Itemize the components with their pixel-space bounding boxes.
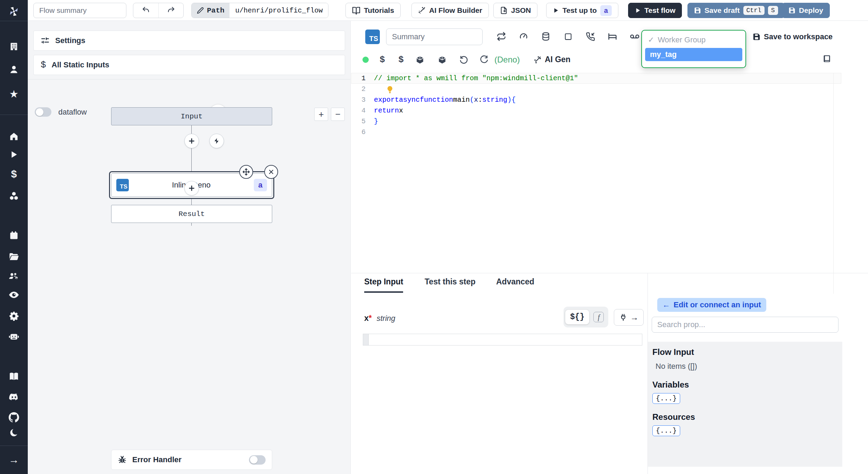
shared-dir-voicemail-icon[interactable] (627, 28, 643, 44)
trigger-bolt-button[interactable] (209, 134, 224, 148)
resources-object-chip[interactable]: {...} (652, 425, 680, 436)
schedules-calendar-icon[interactable] (0, 229, 28, 242)
dollar-icon: $ (41, 60, 46, 70)
arg-x-value-input[interactable] (369, 334, 642, 345)
resources-cubes-icon[interactable] (0, 190, 28, 202)
audit-eye-icon[interactable] (0, 289, 28, 301)
user-icon[interactable] (0, 63, 28, 76)
edit-or-connect-label: Edit or connect an input (674, 300, 761, 309)
code-line[interactable]: 5} (351, 116, 841, 127)
flow-node-result[interactable]: Result (111, 205, 272, 223)
retry-icon[interactable] (493, 28, 509, 44)
timeout-gauge-icon[interactable] (516, 28, 532, 44)
json-button[interactable]: JSON (493, 3, 537, 18)
undo-button[interactable] (133, 3, 158, 18)
fn-mode-toggle[interactable]: f (593, 312, 604, 322)
tab-advanced[interactable]: Advanced (496, 277, 534, 291)
ai-gen-button[interactable]: AI Gen (533, 55, 570, 64)
zoom-in-button[interactable]: + (314, 108, 328, 121)
ai-flow-builder-button[interactable]: AI Flow Builder (411, 3, 489, 18)
code-editor[interactable]: 1// import * as wmill from "npm:windmill… (351, 73, 841, 294)
home-icon[interactable] (0, 130, 28, 143)
step-id-badge: a (254, 179, 267, 191)
discord-icon[interactable] (0, 391, 28, 404)
workspace-building-icon[interactable] (0, 40, 28, 53)
sleep-bed-icon[interactable] (604, 28, 620, 44)
flow-summary-input[interactable] (33, 3, 126, 18)
resource-cube-icon-2[interactable] (435, 53, 449, 67)
step-summary-input[interactable] (386, 28, 483, 45)
worker-group-selected-tag[interactable]: my_tag (645, 48, 742, 61)
flow-node-input[interactable]: Input (111, 107, 272, 125)
lightbulb-icon[interactable] (386, 85, 394, 94)
code-line[interactable]: 1// import * as wmill from "npm:windmill… (351, 73, 841, 84)
static-inputs-dollar-icon[interactable]: $ (375, 53, 389, 67)
test-flow-button[interactable]: Test flow (628, 3, 682, 18)
runs-play-icon[interactable] (0, 148, 28, 161)
search-prop-input[interactable] (652, 317, 838, 333)
save-to-workspace-label: Save to workspace (764, 32, 833, 41)
variables-dollar-icon-2[interactable]: $ (394, 53, 408, 67)
deploy-label: Deploy (799, 6, 823, 15)
windmill-logo-icon[interactable] (0, 4, 28, 19)
windmill-flow-editor: ★ $ (0, 0, 868, 474)
resource-cube-icon[interactable] (413, 53, 427, 67)
save-to-workspace-button[interactable]: Save to workspace (753, 32, 833, 41)
expand-sidebar-arrow-icon[interactable]: → (0, 454, 28, 466)
save-draft-button[interactable]: Save draft Ctrl S (687, 3, 785, 18)
mock-square-icon[interactable] (560, 28, 576, 44)
redo-button[interactable] (158, 3, 183, 18)
delete-node-button[interactable] (264, 165, 278, 179)
arg-value-editor (363, 334, 642, 346)
cache-database-icon[interactable] (538, 28, 554, 44)
add-step-button-top[interactable] (184, 134, 199, 148)
ai-robot-icon[interactable] (0, 330, 28, 342)
all-static-inputs-row[interactable]: $ All Static Inputs (33, 55, 345, 75)
script-library-icon[interactable] (823, 54, 832, 63)
code-line[interactable]: 4 return x (351, 105, 841, 116)
favorites-star-icon[interactable]: ★ (0, 88, 28, 100)
bug-icon (118, 455, 127, 464)
tab-test-this-step[interactable]: Test this step (425, 277, 476, 291)
flow-settings-row[interactable]: Settings (33, 31, 345, 51)
code-line[interactable]: 6 (351, 127, 841, 138)
edit-or-connect-button[interactable]: ← Edit or connect an input (657, 298, 766, 312)
deploy-button[interactable]: Deploy (782, 3, 830, 18)
error-handler-toggle[interactable] (249, 455, 266, 465)
dark-mode-moon-icon[interactable] (0, 426, 28, 439)
tutorials-button[interactable]: Tutorials (345, 3, 401, 18)
editor-scrollbar[interactable] (833, 73, 834, 294)
groups-users-gear-icon[interactable] (0, 270, 28, 282)
error-handler-row[interactable]: Error Handler (111, 450, 272, 470)
test-up-to-button[interactable]: Test up to a (546, 3, 618, 18)
dataflow-toggle[interactable] (35, 107, 51, 117)
docs-book-icon[interactable] (0, 370, 28, 383)
suspend-phone-icon[interactable] (582, 28, 598, 44)
connect-input-plug-button[interactable]: → (614, 309, 644, 326)
zoom-out-button[interactable]: − (331, 108, 345, 121)
flow-input-empty-text: No items ([]) (656, 362, 842, 371)
edge-input-step (191, 125, 192, 171)
reset-rotate-ccw-icon[interactable] (457, 53, 471, 67)
typescript-badge: TS (116, 179, 129, 191)
worker-group-option[interactable]: ✓ Worker Group (645, 34, 742, 46)
variables-dollar-icon[interactable]: $ (0, 168, 28, 180)
settings-gear-icon[interactable] (0, 310, 28, 322)
code-line[interactable]: 2 (351, 84, 841, 94)
wand-icon (418, 7, 426, 14)
expr-mode-toggle[interactable]: ${} (565, 310, 589, 324)
tab-step-input[interactable]: Step Input (364, 277, 403, 293)
resources-heading: Resources (652, 412, 842, 422)
test-up-to-step-badge: a (600, 5, 612, 16)
github-icon[interactable] (0, 411, 28, 424)
folders-icon[interactable] (0, 250, 28, 263)
ai-flow-builder-label: AI Flow Builder (429, 6, 482, 15)
variables-object-chip[interactable]: {...} (652, 393, 680, 404)
plug-icon (619, 313, 627, 322)
move-node-handle[interactable] (239, 165, 253, 179)
add-step-button-bottom[interactable] (184, 181, 199, 196)
app-sidebar: ★ $ (0, 0, 28, 474)
path-split-button[interactable]: Path u/henri/prolific_flow (191, 3, 328, 18)
refresh-icon[interactable] (477, 53, 491, 67)
code-line[interactable]: 3export async function main(x: string) { (351, 94, 841, 105)
